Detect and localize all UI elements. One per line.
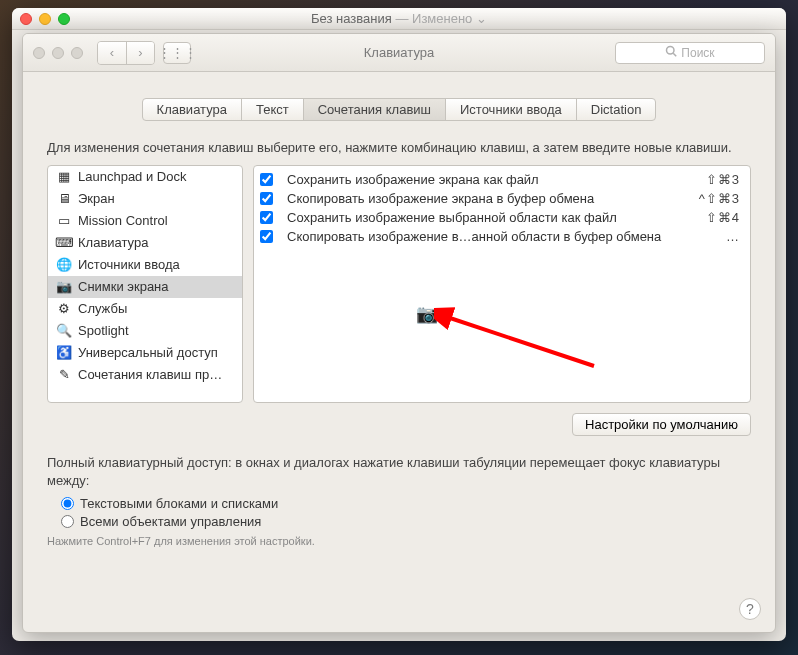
outer-traffic-lights bbox=[20, 13, 70, 25]
sidebar-item-services[interactable]: ⚙Службы bbox=[48, 298, 242, 320]
inner-traffic-lights bbox=[33, 47, 83, 59]
svg-line-1 bbox=[674, 53, 677, 56]
sidebar-item-label: Mission Control bbox=[78, 213, 168, 228]
radio-label: Всеми объектами управления bbox=[80, 514, 261, 529]
nav-segmented: ‹ › bbox=[97, 41, 155, 65]
sidebar-item-keyboard[interactable]: ⌨Клавиатура bbox=[48, 232, 242, 254]
svg-line-2 bbox=[444, 316, 594, 366]
sidebar-item-label: Источники ввода bbox=[78, 257, 180, 272]
launchpad-icon: ▦ bbox=[56, 169, 72, 185]
radio-row[interactable]: Всеми объектами управления bbox=[61, 514, 751, 529]
close-icon[interactable] bbox=[33, 47, 45, 59]
zoom-icon[interactable] bbox=[58, 13, 70, 25]
sidebar-item-spotlight[interactable]: 🔍Spotlight bbox=[48, 320, 242, 342]
tab-сочетания-клавиш[interactable]: Сочетания клавиш bbox=[303, 98, 446, 121]
keyboard-access-radios: Текстовыми блоками и спискамиВсеми объек… bbox=[61, 496, 751, 529]
input-icon: 🌐 bbox=[56, 257, 72, 273]
hint-text: Нажмите Control+F7 для изменения этой на… bbox=[47, 535, 751, 547]
keyboard-icon: ⌨ bbox=[56, 235, 72, 251]
tab-источники-ввода[interactable]: Источники ввода bbox=[445, 98, 577, 121]
search-placeholder: Поиск bbox=[681, 46, 714, 60]
shortcut-keys[interactable]: … bbox=[726, 229, 740, 244]
sidebar-item-label: Экран bbox=[78, 191, 115, 206]
category-sidebar[interactable]: ▦Launchpad и Dock🖥Экран▭Mission Control⌨… bbox=[47, 165, 243, 403]
inner-toolbar: ‹ › ⋮⋮⋮ Клавиатура Поиск bbox=[23, 34, 775, 72]
shortcut-keys[interactable]: ^⇧⌘3 bbox=[699, 191, 740, 206]
annotation-arrow bbox=[434, 306, 604, 376]
tab-dictation[interactable]: Dictation bbox=[576, 98, 657, 121]
spotlight-icon: 🔍 bbox=[56, 323, 72, 339]
restore-defaults-button[interactable]: Настройки по умолчанию bbox=[572, 413, 751, 436]
show-all-button[interactable]: ⋮⋮⋮ bbox=[163, 42, 191, 64]
shortcut-keys[interactable]: ⇧⌘4 bbox=[706, 210, 740, 225]
help-button[interactable]: ? bbox=[739, 598, 761, 620]
search-input[interactable]: Поиск bbox=[615, 42, 765, 64]
services-icon: ⚙ bbox=[56, 301, 72, 317]
sidebar-item-mission[interactable]: ▭Mission Control bbox=[48, 210, 242, 232]
radio-input[interactable] bbox=[61, 497, 74, 510]
sidebar-item-input[interactable]: 🌐Источники ввода bbox=[48, 254, 242, 276]
outer-window-title: Без названия — Изменено ⌄ bbox=[12, 11, 786, 26]
forward-button[interactable]: › bbox=[126, 42, 154, 64]
sidebar-item-access[interactable]: ♿Универсальный доступ bbox=[48, 342, 242, 364]
shortcut-keys[interactable]: ⇧⌘3 bbox=[706, 172, 740, 187]
sidebar-item-label: Сочетания клавиш пр… bbox=[78, 367, 222, 382]
outer-titlebar[interactable]: Без названия — Изменено ⌄ bbox=[12, 8, 786, 30]
instruction-text: Для изменения сочетания клавиш выберите … bbox=[47, 139, 751, 157]
radio-row[interactable]: Текстовыми блоками и списками bbox=[61, 496, 751, 511]
access-icon: ♿ bbox=[56, 345, 72, 361]
sidebar-item-camera[interactable]: 📷Снимки экрана bbox=[48, 276, 242, 298]
minimize-icon[interactable] bbox=[52, 47, 64, 59]
radio-label: Текстовыми блоками и списками bbox=[80, 496, 278, 511]
search-icon bbox=[665, 45, 677, 60]
shortcut-checkbox[interactable] bbox=[260, 230, 273, 243]
sidebar-item-display[interactable]: 🖥Экран bbox=[48, 188, 242, 210]
keyboard-access-text: Полный клавиатурный доступ: в окнах и ди… bbox=[47, 454, 751, 490]
shortcut-row[interactable]: Скопировать изображение в…анной области … bbox=[254, 227, 750, 246]
tab-клавиатура[interactable]: Клавиатура bbox=[142, 98, 242, 121]
camera-icon: 📷 bbox=[416, 303, 438, 325]
tab-текст[interactable]: Текст bbox=[241, 98, 304, 121]
camera-icon: 📷 bbox=[56, 279, 72, 295]
shortcut-label: Сохранить изображение выбранной области … bbox=[287, 210, 706, 225]
shortcut-label: Сохранить изображение экрана как файл bbox=[287, 172, 706, 187]
close-icon[interactable] bbox=[20, 13, 32, 25]
shortcuts-panel: Сохранить изображение экрана как файл⇧⌘3… bbox=[253, 165, 751, 403]
display-icon: 🖥 bbox=[56, 191, 72, 207]
shortcut-checkbox[interactable] bbox=[260, 211, 273, 224]
sidebar-item-label: Службы bbox=[78, 301, 127, 316]
sidebar-item-label: Spotlight bbox=[78, 323, 129, 338]
back-button[interactable]: ‹ bbox=[98, 42, 126, 64]
shortcut-checkbox[interactable] bbox=[260, 173, 273, 186]
shortcut-checkbox[interactable] bbox=[260, 192, 273, 205]
sidebar-item-label: Снимки экрана bbox=[78, 279, 169, 294]
custom-icon: ✎ bbox=[56, 367, 72, 383]
zoom-icon[interactable] bbox=[71, 47, 83, 59]
shortcut-label: Скопировать изображение экрана в буфер о… bbox=[287, 191, 699, 206]
shortcut-row[interactable]: Сохранить изображение выбранной области … bbox=[254, 208, 750, 227]
svg-point-0 bbox=[667, 47, 675, 55]
sidebar-item-custom[interactable]: ✎Сочетания клавиш пр… bbox=[48, 364, 242, 386]
radio-input[interactable] bbox=[61, 515, 74, 528]
sidebar-item-launchpad[interactable]: ▦Launchpad и Dock bbox=[48, 166, 242, 188]
outer-window: Без названия — Изменено ⌄ ‹ › ⋮⋮⋮ Клавиа… bbox=[12, 8, 786, 641]
minimize-icon[interactable] bbox=[39, 13, 51, 25]
shortcut-row[interactable]: Сохранить изображение экрана как файл⇧⌘3 bbox=[254, 170, 750, 189]
shortcut-row[interactable]: Скопировать изображение экрана в буфер о… bbox=[254, 189, 750, 208]
preferences-window: ‹ › ⋮⋮⋮ Клавиатура Поиск КлавиатураТекст… bbox=[22, 33, 776, 633]
shortcut-label: Скопировать изображение в…анной области … bbox=[287, 229, 726, 244]
sidebar-item-label: Универсальный доступ bbox=[78, 345, 218, 360]
tab-bar: КлавиатураТекстСочетания клавишИсточники… bbox=[47, 98, 751, 121]
mission-icon: ▭ bbox=[56, 213, 72, 229]
sidebar-item-label: Launchpad и Dock bbox=[78, 169, 186, 184]
sidebar-item-label: Клавиатура bbox=[78, 235, 148, 250]
